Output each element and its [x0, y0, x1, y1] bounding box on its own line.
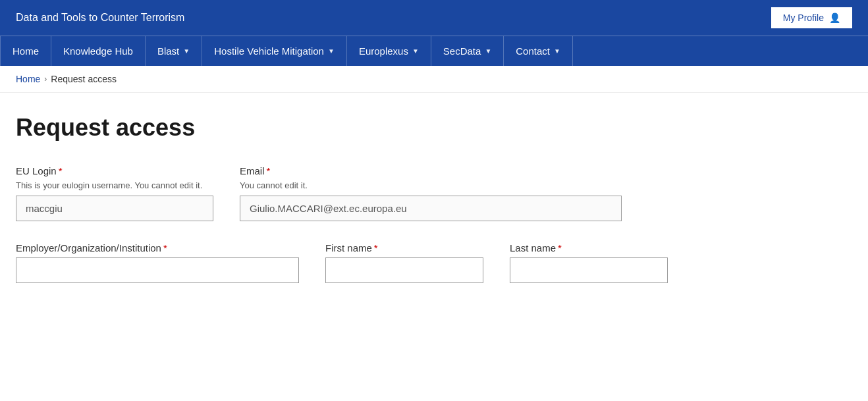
- chevron-down-icon: ▼: [328, 47, 335, 55]
- nav-item-home[interactable]: Home: [0, 36, 51, 66]
- required-marker: *: [374, 242, 378, 254]
- nav-knowledge-hub-label: Knowledge Hub: [63, 45, 133, 57]
- header: Data and Tools to Counter Terrorism My P…: [0, 0, 868, 36]
- required-marker: *: [163, 242, 167, 254]
- nav-hvm-label: Hostile Vehicle Mitigation: [214, 45, 324, 57]
- chevron-down-icon: ▼: [554, 47, 560, 55]
- chevron-down-icon: ▼: [485, 47, 491, 55]
- my-profile-button[interactable]: My Profile 👤: [771, 7, 852, 28]
- eu-login-hint: This is your eulogin username. You canno…: [16, 180, 213, 190]
- page-title: Request access: [16, 114, 827, 142]
- first-name-group: First name*: [325, 242, 483, 283]
- user-icon: 👤: [829, 13, 840, 23]
- first-name-input[interactable]: [325, 257, 483, 283]
- nav-item-secdata[interactable]: SecData ▼: [431, 36, 504, 66]
- nav-item-hostile-vehicle[interactable]: Hostile Vehicle Mitigation ▼: [202, 36, 347, 66]
- breadcrumb-separator: ›: [44, 74, 47, 84]
- eu-login-group: EU Login* This is your eulogin username.…: [16, 165, 213, 221]
- nav-blast-label: Blast: [157, 45, 179, 57]
- main-content: Request access EU Login* This is your eu…: [0, 93, 843, 331]
- form-row-1: EU Login* This is your eulogin username.…: [16, 165, 827, 221]
- email-group: Email* You cannot edit it.: [240, 165, 622, 221]
- first-name-label: First name*: [325, 242, 483, 254]
- nav-europlexus-label: Europlexus: [359, 45, 408, 57]
- site-title: Data and Tools to Counter Terrorism: [16, 12, 184, 24]
- email-input[interactable]: [240, 196, 622, 221]
- employer-label: Employer/Organization/Institution*: [16, 242, 299, 254]
- nav-secdata-label: SecData: [443, 45, 481, 57]
- employer-group: Employer/Organization/Institution*: [16, 242, 299, 283]
- nav-item-blast[interactable]: Blast ▼: [146, 36, 202, 66]
- breadcrumb-home-link[interactable]: Home: [16, 74, 40, 84]
- form-row-2: Employer/Organization/Institution* First…: [16, 242, 827, 283]
- eu-login-input[interactable]: [16, 196, 213, 221]
- required-marker: *: [59, 165, 63, 176]
- nav-item-contact[interactable]: Contact ▼: [504, 36, 573, 66]
- request-access-form: EU Login* This is your eulogin username.…: [16, 165, 827, 283]
- nav-item-europlexus[interactable]: Europlexus ▼: [347, 36, 431, 66]
- eu-login-label: EU Login*: [16, 165, 213, 176]
- breadcrumb: Home › Request access: [0, 66, 868, 93]
- my-profile-label: My Profile: [783, 13, 824, 23]
- chevron-down-icon: ▼: [183, 47, 190, 55]
- last-name-label: Last name*: [510, 242, 668, 254]
- chevron-down-icon: ▼: [412, 47, 419, 55]
- nav-contact-label: Contact: [516, 45, 550, 57]
- nav-item-knowledge-hub[interactable]: Knowledge Hub: [51, 36, 146, 66]
- last-name-input[interactable]: [510, 257, 668, 283]
- employer-input[interactable]: [16, 257, 299, 283]
- last-name-group: Last name*: [510, 242, 668, 283]
- main-nav: Home Knowledge Hub Blast ▼ Hostile Vehic…: [0, 36, 868, 66]
- email-hint: You cannot edit it.: [240, 180, 622, 190]
- breadcrumb-current-page: Request access: [51, 74, 117, 84]
- required-marker: *: [558, 242, 562, 254]
- required-marker: *: [267, 165, 271, 176]
- nav-home-label: Home: [13, 45, 39, 57]
- email-label: Email*: [240, 165, 622, 176]
